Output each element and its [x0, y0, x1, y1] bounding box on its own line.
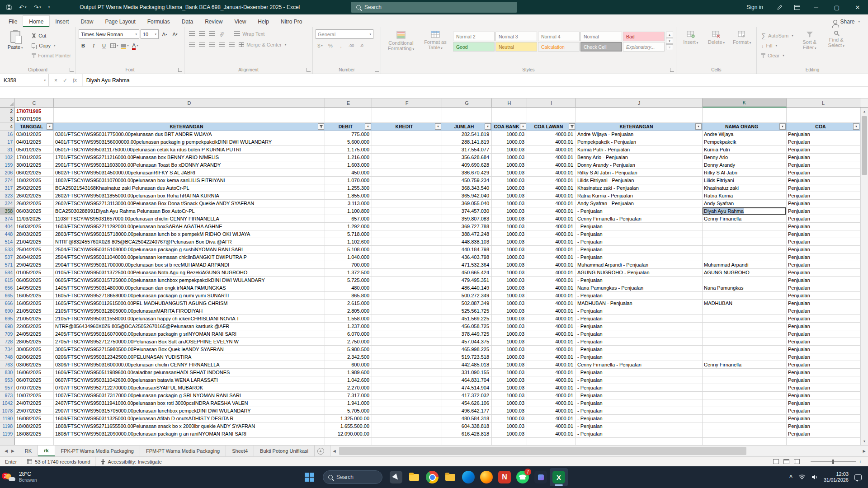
grid-cell[interactable]: 2504/FTSCY/WS950315108000.00pelunasan pa… — [54, 246, 325, 253]
cell-style-normal-2[interactable]: Normal 2 — [453, 32, 495, 41]
grid-cell[interactable]: Penjualan — [787, 323, 860, 330]
grid-cell[interactable]: 26/04/2025 — [15, 253, 54, 261]
grid-cell[interactable]: 4000.01 — [527, 315, 576, 323]
grid-cell[interactable]: 0105/FTSCY/WS950311372500.00Pelunasan No… — [54, 269, 325, 277]
grid-cell[interactable]: 1000.03 — [492, 161, 527, 169]
grid-cell[interactable] — [372, 131, 442, 138]
notification-center-icon[interactable] — [854, 474, 862, 480]
grid-cell[interactable]: MADHUBAN — [703, 300, 787, 307]
grid-cell[interactable]: - Penjualan — [576, 369, 703, 376]
row-header-323[interactable]: 323 — [0, 192, 15, 200]
grid-cell[interactable]: - Penjualan — [576, 353, 703, 361]
search-box[interactable]: Search — [351, 2, 517, 13]
grid-cell[interactable]: 1000.03 — [492, 284, 527, 292]
grid-cell[interactable] — [703, 277, 787, 284]
grid-cell[interactable]: 2.750.000 — [325, 338, 372, 346]
grid-cell[interactable]: Penjualan — [787, 207, 860, 215]
grid-cell[interactable]: Penjualan — [787, 184, 860, 192]
grid-cell[interactable]: Pempekpakcik — [703, 138, 787, 146]
grid-cell[interactable]: 06/03/2025 — [15, 207, 54, 215]
customize-qat-button[interactable]: ▾ — [48, 5, 50, 9]
grid-cell[interactable]: 4000.01 — [527, 422, 576, 430]
column-header-E[interactable]: E — [325, 99, 372, 108]
grid-cell[interactable]: 0306/FTSCY/WS95031600000.00pelunasan chi… — [54, 361, 325, 369]
column-header-F[interactable]: F — [372, 99, 442, 108]
grid-cell[interactable]: 0206/FTSCY/WS950312342500.00PELUNASAN YU… — [54, 353, 325, 361]
grid-cell[interactable]: Penjualan — [787, 261, 860, 269]
grid-cell[interactable]: - Penjualan — [576, 430, 703, 438]
cut-button[interactable]: Cut — [30, 31, 73, 40]
page-break-view-icon[interactable] — [794, 459, 800, 464]
grid-cell[interactable]: 1605/FTSCY/WS952718658000.00pelunasan pa… — [54, 292, 325, 300]
grid-cell[interactable] — [703, 230, 787, 238]
row-header-159[interactable]: 159 — [0, 161, 15, 169]
grid-cell[interactable]: 03/01/2025 — [15, 131, 54, 138]
grid-cell[interactable]: 1.042.600 — [325, 376, 372, 384]
grid-cell[interactable]: 21/05/2025 — [15, 307, 54, 315]
grid-cell[interactable]: 16/03/2025 — [15, 223, 54, 230]
find-select-button[interactable]: Find & Select▾ — [824, 29, 849, 49]
grid-cell[interactable]: 4000.01 — [527, 269, 576, 277]
row-header-953[interactable]: 953 — [0, 376, 15, 384]
grid-cell[interactable]: 30/01/2025 — [15, 161, 54, 169]
grid-cell[interactable]: AGUNG NUGROHO — [703, 269, 787, 277]
grid-cell[interactable]: Pempekpakcik - Penjualan — [576, 138, 703, 146]
grid-cell[interactable]: - Penjualan — [576, 338, 703, 346]
grid-cell[interactable]: Penjualan — [787, 399, 860, 407]
grid-cell[interactable]: 1802/FTSCY/WS950311070000.00pelunasan bo… — [54, 177, 325, 184]
grid-cell[interactable]: 2901/FTSCY/WS950311603000.00Pelunasan To… — [54, 161, 325, 169]
grid-cell[interactable]: - Penjualan — [576, 407, 703, 415]
grid-cell[interactable]: 2.270.000 — [325, 384, 372, 392]
grid-cell[interactable]: 12.090.000.00 — [325, 430, 372, 438]
grid-cell[interactable]: 4000.01 — [527, 353, 576, 361]
cell-style-normal[interactable]: Normal — [580, 32, 622, 41]
grid-cell[interactable]: Penjualan — [787, 215, 860, 223]
row-header-763[interactable]: 763 — [0, 361, 15, 369]
grid-cell[interactable]: Penjualan — [787, 330, 860, 338]
grid-cell[interactable]: 24/07/2025 — [15, 399, 54, 407]
grid-cell[interactable]: Muhammad Arpandi - Penjualan — [576, 261, 703, 269]
grid-cell[interactable]: 17/07/1905 — [15, 108, 54, 115]
zoom-slider-thumb[interactable] — [832, 460, 834, 464]
horizontal-scrollbar[interactable]: ◀ ▶ — [330, 446, 868, 456]
grid-cell[interactable]: 4000.01 — [527, 146, 576, 154]
grid-cell[interactable] — [703, 253, 787, 261]
format-as-table-button[interactable]: Format as Table▾ — [420, 29, 450, 51]
align-bottom-icon[interactable] — [207, 30, 216, 38]
grid-cell[interactable] — [54, 438, 325, 445]
grid-cell[interactable]: 11/03/2025 — [15, 215, 54, 223]
ribbon-tab-data[interactable]: Data — [176, 16, 199, 27]
grid-cell[interactable]: 4000.01 — [527, 261, 576, 269]
grid-cell[interactable]: 5.600.000 — [325, 138, 372, 146]
grid-cell[interactable]: 06/05/2025 — [15, 277, 54, 284]
grid-cell[interactable]: Penjualan — [787, 192, 860, 200]
grid-cell[interactable]: 1000.03 — [492, 430, 527, 438]
grid-cell[interactable]: Andre Wijaya — [703, 131, 787, 138]
grid-cell[interactable] — [703, 323, 787, 330]
grid-cell[interactable] — [372, 292, 442, 300]
grid-cell[interactable] — [442, 108, 492, 115]
grid-cell[interactable]: 386.670.429 — [442, 169, 492, 177]
grid-cell[interactable]: Kurnia Putri — [703, 146, 787, 154]
grid-cell[interactable]: 1000.03 — [492, 138, 527, 146]
taskbar-app-explorer[interactable] — [405, 468, 423, 486]
fill-button[interactable]: ↓Fill▾ — [760, 41, 795, 50]
grid-cell[interactable]: 4000.01 — [527, 307, 576, 315]
taskbar-app-nitro[interactable]: N — [495, 468, 514, 486]
grid-cell[interactable]: 1701/FTSCY/WS952711216000.00Pelunasan bo… — [54, 154, 325, 161]
row-header-957[interactable]: 957 — [0, 384, 15, 392]
grid-cell[interactable]: 471.532.364 — [442, 261, 492, 269]
ribbon-tab-view[interactable]: View — [229, 16, 252, 27]
grid-cell[interactable]: MADHUBAN - Penjualan — [576, 300, 703, 307]
row-header-734[interactable]: 734 — [0, 346, 15, 353]
grid-cell[interactable]: 496.642.177 — [442, 407, 492, 415]
grid-cell[interactable] — [787, 108, 860, 115]
grid-cell[interactable]: - Penjualan — [576, 422, 703, 430]
filter-applied-icon[interactable] — [318, 123, 324, 130]
grid-cell[interactable] — [703, 422, 787, 430]
normal-view-icon[interactable] — [773, 459, 779, 464]
borders-button[interactable]: ▾ — [110, 41, 119, 50]
alignment-dialog-launcher[interactable] — [307, 68, 311, 72]
row-header-31[interactable]: 31 — [0, 146, 15, 154]
grid-cell[interactable]: 1000.03 — [492, 369, 527, 376]
